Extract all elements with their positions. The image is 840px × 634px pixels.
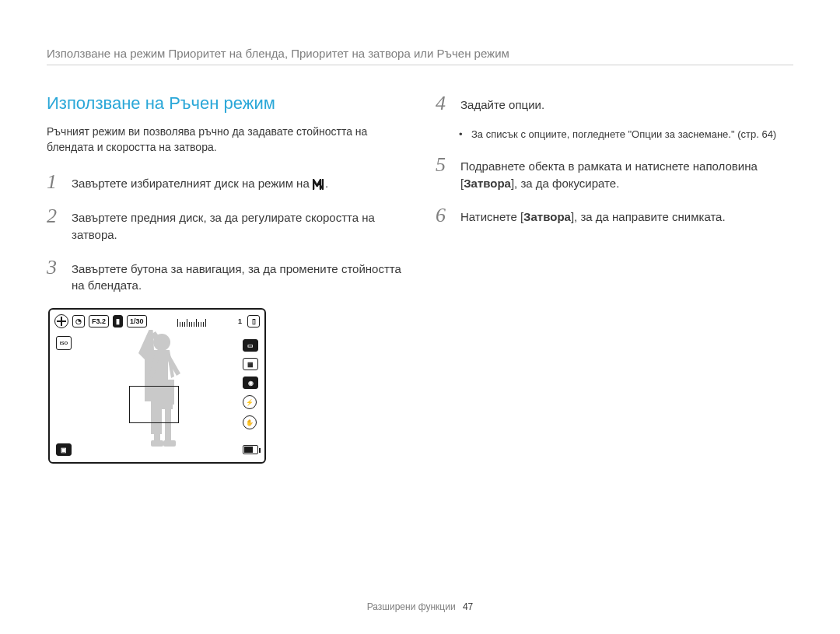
- camera-screen: ◔ F3.2 ▮ 1/30 1 ▯ ISO ▭ ▦ ◉: [48, 308, 266, 464]
- iso-icon: ISO: [56, 336, 72, 350]
- step-text: Завъртете бутона за навигация, за да про…: [72, 257, 404, 295]
- right-column: 4 Задайте опции. • За списък с опциите, …: [436, 93, 793, 464]
- page-number: 47: [463, 601, 473, 612]
- step-text: Завъртете предния диск, за да регулирате…: [72, 206, 404, 243]
- step1-pre: Завъртете избирателният диск на режим на: [72, 177, 313, 190]
- left-column: Използване на Ръчен режим Ръчният режим …: [47, 93, 404, 464]
- step-number: 1: [47, 172, 61, 192]
- battery-icon: [243, 445, 258, 454]
- step-number: 3: [47, 257, 61, 278]
- stabilization-icon: ✋: [243, 415, 257, 429]
- step-text: Задайте опции.: [460, 93, 544, 114]
- shutter-value: 1/30: [127, 315, 147, 328]
- step-number: 4: [436, 93, 450, 114]
- shutter-label-icon: ▮: [113, 315, 123, 328]
- step6-key: Затвора: [523, 210, 571, 223]
- section-title: Използване на Ръчен режим: [47, 93, 404, 114]
- focus-frame: [129, 386, 179, 423]
- step-5: 5 Подравнете обекта в рамката и натиснет…: [436, 155, 793, 192]
- quality-icon: ▭: [243, 339, 258, 352]
- bullet-text: За списък с опциите, погледнете "Опции з…: [471, 128, 776, 142]
- step-number: 2: [47, 206, 61, 226]
- step-4: 4 Задайте опции.: [436, 93, 793, 114]
- step6-pre: Натиснете [: [460, 210, 523, 223]
- mode-indicator-icon: [54, 314, 68, 328]
- timer-icon: ◔: [72, 315, 85, 328]
- page-footer: Разширени функции 47: [0, 601, 840, 612]
- step-text: Подравнете обекта в рамката и натиснете …: [460, 155, 793, 192]
- step-6: 6 Натиснете [Затвора], за да направите с…: [436, 205, 793, 226]
- step-number: 5: [436, 155, 450, 175]
- intro-text: Ръчният режим ви позволява ръчно да зада…: [47, 124, 404, 155]
- mode-m-icon: [313, 179, 325, 190]
- flash-icon: ⚡: [243, 395, 257, 409]
- step-number: 6: [436, 205, 450, 226]
- size-icon: ▦: [243, 358, 258, 370]
- bullet-dot-icon: •: [459, 128, 465, 142]
- drive-mode-icon: ▣: [56, 443, 72, 456]
- step5-post: ], за да фокусирате.: [511, 177, 619, 190]
- step-1: 1 Завъртете избирателният диск на режим …: [47, 172, 404, 192]
- step-text: Завъртете избирателният диск на режим на…: [72, 172, 328, 192]
- exposure-scale: [151, 316, 233, 327]
- step5-key: Затвора: [464, 177, 511, 190]
- step-text: Натиснете [Затвора], за да направите сни…: [460, 205, 726, 226]
- step1-post: .: [325, 177, 328, 190]
- shots-remaining: 1: [236, 315, 243, 328]
- step6-post: ], за да направите снимката.: [571, 210, 726, 223]
- footer-label: Разширени функции: [367, 601, 456, 612]
- step-2: 2 Завъртете предния диск, за да регулира…: [47, 206, 404, 243]
- metering-icon: ◉: [243, 377, 258, 389]
- card-icon: ▯: [247, 315, 260, 328]
- step-3: 3 Завъртете бутона за навигация, за да п…: [47, 257, 404, 295]
- aperture-value: F3.2: [89, 315, 109, 328]
- step4-bullet: • За списък с опциите, погледнете "Опции…: [459, 128, 793, 142]
- breadcrumb: Използване на режим Приоритет на бленда,…: [47, 47, 793, 65]
